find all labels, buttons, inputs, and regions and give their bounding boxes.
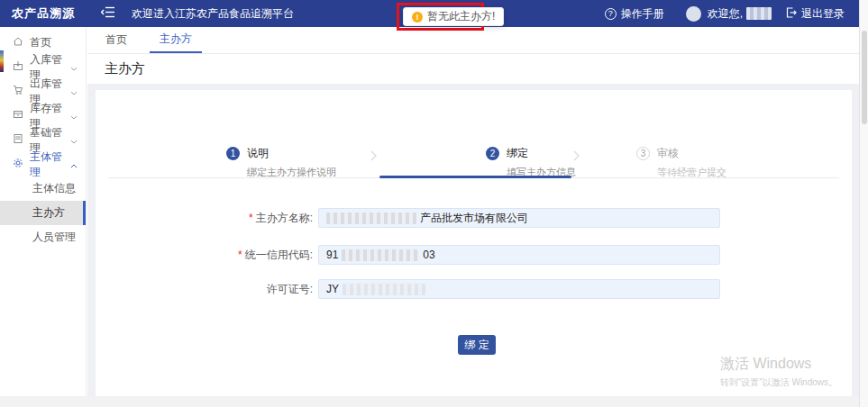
bind-submit-button[interactable]: 绑 定 — [458, 335, 496, 355]
step-title: 绑定 — [507, 146, 576, 161]
stepper-active-indicator — [379, 176, 571, 178]
greeting-text: 欢迎您, — [708, 6, 743, 22]
input-value-text: JY — [326, 283, 339, 295]
warning-icon: ! — [412, 12, 423, 23]
step-number-badge: 1 — [226, 147, 240, 160]
chevron-down-icon — [70, 134, 78, 147]
redacted-text-block — [326, 213, 416, 224]
bottom-gutter — [0, 396, 859, 407]
step-bind: 2 绑定 填写主办方信息 — [486, 146, 576, 179]
chevron-down-icon — [70, 86, 78, 98]
sidebar-menu: 首页 入库管理 出库管理 — [0, 27, 86, 249]
page-title: 主办方 — [105, 60, 145, 77]
step-explanation: 1 说明 绑定主办方操作说明 — [226, 146, 336, 179]
step-title: 说明 — [247, 146, 336, 161]
app-logo: 农产品溯源 — [0, 5, 87, 22]
chevron-down-icon — [70, 61, 78, 74]
redacted-text-block — [342, 249, 419, 261]
organizer-name-input[interactable]: 产品批发市场有限公司 — [318, 208, 720, 228]
scrollbar-thumb[interactable] — [862, 31, 867, 124]
content-area: 1 说明 绑定主办方操作说明 2 绑定 填写主办方信息 — [87, 84, 859, 396]
alert-text: 暂无此主办方! — [427, 9, 495, 24]
alert-message: ! 暂无此主办方! — [403, 7, 504, 26]
redacted-text-block — [343, 284, 425, 295]
collapse-menu-button[interactable] — [101, 5, 115, 22]
field-label-text: 许可证号: — [267, 283, 313, 295]
sidebar-subitem-label: 主办方 — [32, 205, 65, 221]
logout-label: 退出登录 — [801, 6, 845, 22]
question-circle-icon: ? — [605, 8, 617, 20]
step-title: 审核 — [657, 146, 726, 161]
field-label-text: 主办方名称: — [256, 212, 313, 224]
step-number-badge: 2 — [486, 147, 499, 160]
input-value-text: 产品批发市场有限公司 — [420, 211, 528, 226]
input-value-text: 91 — [326, 249, 338, 261]
chevron-up-icon — [70, 158, 78, 171]
sidebar-item-subject[interactable]: 主体管理 — [0, 152, 86, 176]
avatar[interactable] — [686, 6, 701, 22]
sidebar-subitem-subject-info[interactable]: 主体信息 — [0, 176, 86, 201]
tab-label: 主办方 — [160, 32, 192, 47]
required-asterisk: * — [249, 212, 253, 224]
gear-icon — [13, 158, 23, 171]
logout-button[interactable]: 退出登录 — [786, 6, 845, 22]
tab-bar: 首页 主办方 — [87, 27, 859, 54]
app-window: 农产品溯源 欢迎进入江苏农产品食品追溯平台 ? 操作手册 欢迎您, — [0, 0, 868, 407]
inbound-icon — [13, 60, 23, 74]
sidebar-subitem-personnel[interactable]: 人员管理 — [0, 225, 86, 249]
chevron-down-icon — [70, 110, 78, 122]
sidebar-subitem-label: 人员管理 — [32, 230, 76, 245]
tab-home[interactable]: 首页 — [101, 27, 132, 53]
step-separator-icon — [370, 149, 378, 165]
required-asterisk: * — [238, 249, 242, 261]
organizer-name-label: *主办方名称: — [96, 208, 313, 228]
sidebar-item-label: 首页 — [30, 35, 51, 50]
step-number-badge: 3 — [636, 147, 650, 160]
credit-code-label: *统一信用代码: — [96, 245, 313, 265]
sidebar: 首页 入库管理 出库管理 — [0, 27, 87, 396]
step-separator-icon — [573, 149, 580, 165]
windows-activation-watermark: 激活 Windows 转到“设置”以激活 Windows。 — [720, 355, 837, 389]
manual-link[interactable]: ? 操作手册 — [605, 6, 664, 22]
username-redacted — [746, 7, 772, 20]
credit-code-input[interactable]: 9103 — [318, 245, 720, 265]
header-right-cluster: ? 操作手册 欢迎您, 退出登录 — [605, 6, 859, 22]
sidebar-item-label: 主体管理 — [30, 149, 64, 180]
collapse-menu-icon — [101, 5, 115, 22]
main-area: 首页 主办方 主办方 1 说明 绑定主办方操作说明 — [87, 27, 859, 396]
tab-label: 首页 — [105, 32, 127, 48]
field-label-text: 统一信用代码: — [245, 249, 313, 261]
sidebar-subitem-label: 主体信息 — [32, 181, 76, 196]
logout-icon — [786, 7, 797, 21]
title-strip: 主办方 — [87, 54, 859, 84]
sidebar-subitem-organizer[interactable]: 主办方 — [0, 201, 86, 225]
cart-icon — [13, 85, 23, 98]
tab-organizer[interactable]: 主办方 — [150, 27, 202, 53]
step-review: 3 审核 等待经营户提交 — [636, 146, 726, 179]
vertical-scrollbar[interactable] — [859, 0, 868, 407]
license-number-input[interactable]: JY — [318, 279, 720, 299]
content-card: 1 说明 绑定主办方操作说明 2 绑定 填写主办方信息 — [96, 90, 852, 396]
welcome-banner: 欢迎进入江苏农产品食品追溯平台 — [132, 6, 294, 22]
inventory-icon — [13, 109, 23, 122]
manual-label: 操作手册 — [621, 6, 664, 22]
document-icon — [13, 133, 23, 147]
desktop-icon-fragment — [0, 50, 4, 72]
input-value-text: 03 — [423, 249, 434, 261]
watermark-line2: 转到“设置”以激活 Windows。 — [720, 376, 837, 389]
home-icon — [13, 36, 23, 50]
watermark-line1: 激活 Windows — [720, 355, 837, 374]
license-number-label: 许可证号: — [96, 279, 313, 299]
